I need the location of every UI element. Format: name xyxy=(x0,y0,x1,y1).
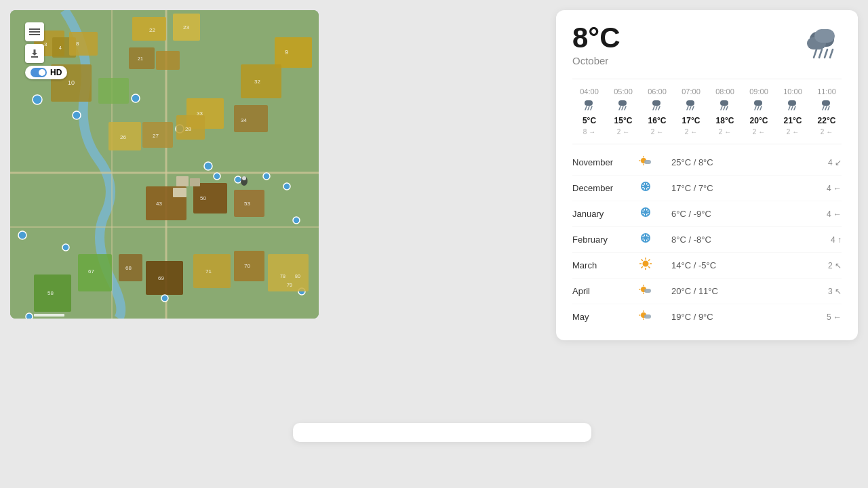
hour-wind: 2 ← xyxy=(685,128,697,136)
toggle-switch[interactable] xyxy=(31,68,47,77)
svg-rect-12 xyxy=(193,183,227,214)
svg-line-95 xyxy=(653,106,654,110)
svg-text:23: 23 xyxy=(183,24,189,30)
weather-header: 8°C October xyxy=(572,24,842,68)
hour-wind: 2 ← xyxy=(651,128,663,136)
hourly-item: 08:00 18°C 2 ← xyxy=(708,87,742,136)
svg-line-97 xyxy=(658,106,660,110)
rain-icon xyxy=(821,98,833,113)
month-name: March xyxy=(572,260,633,270)
svg-text:79: 79 xyxy=(287,283,292,287)
hour-temp: 20°C xyxy=(750,116,768,125)
svg-point-48 xyxy=(26,313,33,319)
hd-toggle[interactable]: HD xyxy=(25,66,67,79)
svg-line-115 xyxy=(823,106,824,110)
svg-text:68: 68 xyxy=(125,265,132,271)
svg-text:58: 58 xyxy=(47,290,54,296)
hour-temp: 15°C xyxy=(614,116,633,125)
svg-text:43: 43 xyxy=(156,201,162,207)
svg-point-47 xyxy=(18,231,26,239)
svg-line-112 xyxy=(791,106,793,110)
svg-line-96 xyxy=(656,106,657,110)
month-icon xyxy=(633,205,658,222)
svg-rect-94 xyxy=(652,100,660,106)
month-row: January 6°C / -9°C 4 ← xyxy=(572,201,842,227)
hourly-item: 05:00 15°C 2 ← xyxy=(606,87,640,136)
svg-rect-81 xyxy=(814,29,835,43)
svg-point-40 xyxy=(214,173,220,180)
hour-wind: 8 → xyxy=(583,128,595,136)
hourly-item: 09:00 20°C 2 ← xyxy=(742,87,776,136)
svg-line-113 xyxy=(794,106,795,110)
hour-wind: 2 ← xyxy=(753,128,765,136)
svg-line-91 xyxy=(619,106,620,110)
svg-rect-86 xyxy=(585,100,593,106)
month-icon xyxy=(633,308,658,325)
svg-point-46 xyxy=(161,295,168,302)
svg-text:28: 28 xyxy=(185,126,191,132)
svg-line-101 xyxy=(692,106,694,110)
month-icon xyxy=(633,257,658,274)
month-name: April xyxy=(572,286,633,296)
map-panel: 22 23 9 32 33 34 43 50 53 69 68 58 67 xyxy=(10,10,319,319)
monthly-forecast: November 25°C / 8°C 4 ↙ December 17°C / … xyxy=(572,144,842,329)
month-name: December xyxy=(572,183,633,193)
svg-line-154 xyxy=(642,266,643,268)
hd-label: HD xyxy=(50,68,62,77)
svg-rect-32 xyxy=(176,176,189,186)
month-icon xyxy=(633,154,658,171)
month-temps: 20°C / 11°C xyxy=(658,286,808,296)
hour-temp: 17°C xyxy=(682,116,701,125)
hour-time: 06:00 xyxy=(648,87,667,96)
hourly-item: 10:00 21°C 2 ← xyxy=(776,87,810,136)
hour-wind: 2 ← xyxy=(617,128,629,136)
svg-line-153 xyxy=(648,260,650,261)
players-panel xyxy=(293,423,591,442)
svg-rect-10 xyxy=(234,105,268,132)
svg-line-117 xyxy=(828,106,829,110)
hour-time: 04:00 xyxy=(580,87,599,96)
month-name: January xyxy=(572,209,633,219)
svg-line-83 xyxy=(819,49,822,58)
svg-line-84 xyxy=(825,49,827,58)
month-wind: 4 ← xyxy=(808,209,842,219)
svg-rect-159 xyxy=(644,289,651,293)
svg-text:4: 4 xyxy=(59,45,62,50)
svg-line-104 xyxy=(724,106,725,110)
svg-text:67: 67 xyxy=(88,268,94,274)
svg-line-89 xyxy=(591,106,592,110)
svg-point-43 xyxy=(283,183,290,190)
svg-rect-7 xyxy=(275,37,312,68)
svg-text:22: 22 xyxy=(149,27,155,33)
svg-line-103 xyxy=(721,106,722,110)
svg-rect-110 xyxy=(788,100,796,106)
svg-rect-78 xyxy=(31,56,38,58)
svg-point-49 xyxy=(62,244,69,251)
download-button[interactable] xyxy=(25,44,44,63)
month-row: February 8°C / -8°C 4 ↑ xyxy=(572,227,842,253)
hour-wind: 2 ← xyxy=(719,128,731,136)
hour-temp: 21°C xyxy=(784,116,802,125)
svg-rect-33 xyxy=(190,178,200,186)
svg-point-51 xyxy=(242,176,246,180)
svg-text:26: 26 xyxy=(120,134,126,140)
svg-text:69: 69 xyxy=(158,275,164,281)
svg-rect-130 xyxy=(644,160,651,164)
layers-button[interactable] xyxy=(25,22,44,41)
svg-point-44 xyxy=(293,217,300,224)
month-icon xyxy=(633,180,658,197)
month-wind: 3 ↖ xyxy=(808,287,842,296)
svg-point-42 xyxy=(263,173,270,180)
svg-rect-34 xyxy=(173,188,186,197)
svg-rect-102 xyxy=(720,100,728,106)
svg-rect-69 xyxy=(193,254,231,288)
svg-line-85 xyxy=(830,49,833,58)
month-wind: 5 ← xyxy=(808,312,842,322)
rain-icon xyxy=(753,98,765,113)
month-temps: 8°C / -8°C xyxy=(658,235,808,245)
svg-line-107 xyxy=(755,106,756,110)
svg-text:71: 71 xyxy=(205,268,212,274)
hourly-item: 11:00 22°C 2 ← xyxy=(810,87,842,136)
weather-panel: 8°C October 04:00 xyxy=(556,10,858,340)
svg-line-109 xyxy=(760,106,762,110)
